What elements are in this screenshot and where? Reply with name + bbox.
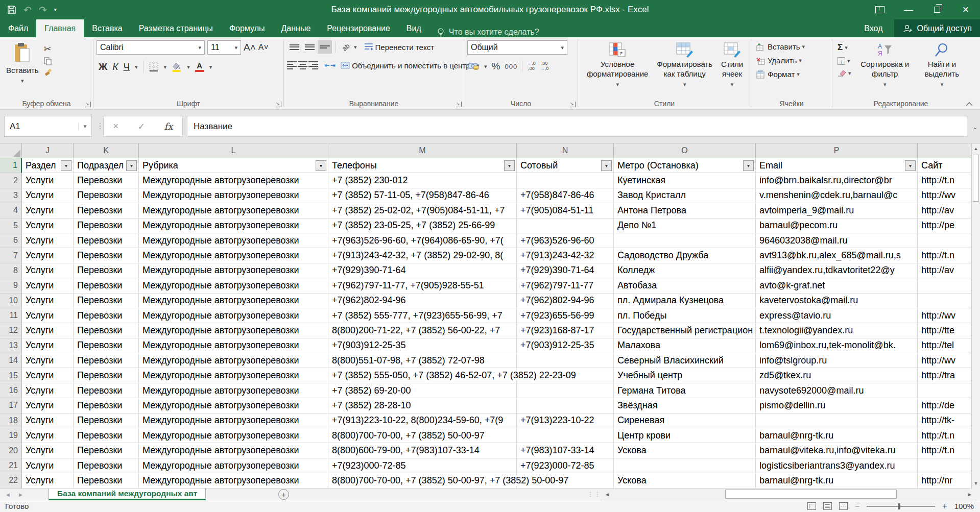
insert-function-icon[interactable]: fx [164,121,173,132]
cell-K17[interactable]: Перевозки [74,398,139,413]
cell-J5[interactable]: Услуги [22,218,74,233]
cell-K18[interactable]: Перевозки [74,413,139,428]
select-all-corner[interactable] [0,143,22,158]
align-right-icon[interactable] [308,59,318,72]
clear-button[interactable]: ▾ [835,68,853,78]
cell-K6[interactable]: Перевозки [74,233,139,248]
row-number[interactable]: 22 [0,473,22,488]
cell-K13[interactable]: Перевозки [74,338,139,353]
tab-page-layout[interactable]: Разметка страницы [131,19,221,37]
share-button[interactable]: Общий доступ [894,19,980,37]
cell-K20[interactable]: Перевозки [74,443,139,458]
align-bottom-icon[interactable] [318,40,332,54]
cell-Q17[interactable]: http://de [918,398,971,413]
tab-view[interactable]: Вид [398,19,429,37]
cell-J14[interactable]: Услуги [22,353,74,368]
filter-button[interactable]: ▾ [905,160,916,171]
cell-N13[interactable]: +7(903)912-25-35 [517,338,614,353]
row-number[interactable]: 2 [0,173,22,188]
filter-button[interactable]: ▾ [601,160,612,171]
cell-M22[interactable]: 8(800)700-70-00, +7 (3852) 50-00-97, +7 … [328,473,517,488]
horizontal-scrollbar[interactable]: ◄ ► [602,489,975,500]
row-number[interactable]: 14 [0,353,22,368]
header-cell-O1[interactable]: Метро (Остановка)▾ [614,158,756,173]
cell-Q15[interactable]: http://tra [918,368,971,383]
tab-review[interactable]: Рецензирование [319,19,398,37]
format-painter-icon[interactable] [44,68,52,76]
row-number[interactable]: 16 [0,383,22,398]
cell-N12[interactable]: +7(923)168-87-17 [517,323,614,338]
cell-M13[interactable]: +7(903)912-25-35 [328,338,517,353]
cell-N16[interactable] [517,383,614,398]
tab-splitter-grip[interactable]: ⋮⋮ [587,491,602,498]
ribbon-display-options-icon[interactable] [866,0,894,19]
increase-font-icon[interactable]: A˄ [244,42,256,53]
font-family-combo[interactable]: Calibri▾ [97,40,205,55]
cell-N20[interactable]: +7(983)107-33-14 [517,443,614,458]
merge-center-button[interactable]: Объединить и поместить в центре ▾ [339,60,481,71]
zoom-out-icon[interactable]: − [855,502,859,511]
row-number[interactable]: 18 [0,413,22,428]
cell-P20[interactable]: barnaul@viteka.ru,info@viteka.ru [756,443,918,458]
undo-icon[interactable]: ↶ [23,5,32,15]
cell-O17[interactable]: Звёздная [614,398,756,413]
font-dialog-launcher-icon[interactable]: ↘ [276,102,281,107]
header-cell-L1[interactable]: Рубрика▾ [139,158,328,173]
cell-N9[interactable]: +7(962)797-11-77 [517,278,614,293]
cell-styles-button[interactable]: Стили ячеек ▾ [715,40,749,90]
page-break-view-icon[interactable] [839,502,848,510]
cell-J11[interactable]: Услуги [22,308,74,323]
cell-L13[interactable]: Междугородные автогрузоперевозки [139,338,328,353]
cell-Q14[interactable]: http://wv [918,353,971,368]
row-number[interactable]: 12 [0,323,22,338]
scroll-right-icon[interactable]: ► [964,489,975,500]
cell-P10[interactable]: kavetervostoka@mail.ru [756,294,918,308]
fill-color-caret-icon[interactable]: ▾ [187,64,190,70]
vertical-scrollbar[interactable]: ▲ ▼ [971,143,980,489]
cell-O16[interactable]: Германа Титова [614,383,756,398]
underline-caret-icon[interactable]: ▾ [135,64,138,70]
zoom-slider[interactable] [867,506,935,507]
cell-Q11[interactable]: http://wv [918,308,971,323]
prev-sheet-icon[interactable]: ◄ [5,492,11,498]
clipboard-dialog-launcher-icon[interactable]: ↘ [85,102,91,107]
cell-M19[interactable]: 8(800)700-70-00, +7 (3852) 50-00-97 [328,428,517,443]
cell-J6[interactable]: Услуги [22,233,74,248]
cell-P19[interactable]: barnaul@nrg-tk.ru [756,428,918,443]
percent-style-button[interactable]: % [492,61,500,72]
cell-O21[interactable] [614,458,756,473]
header-cell-K1[interactable]: Подраздел▾ [74,158,139,173]
cell-O22[interactable]: Ускова [614,473,756,488]
cell-L11[interactable]: Междугородные автогрузоперевозки [139,308,328,323]
filter-button[interactable]: ▾ [743,160,754,171]
cell-K10[interactable]: Перевозки [74,294,139,308]
confirm-entry-icon[interactable]: ✓ [137,121,145,132]
cell-O14[interactable]: Северный Власихинский [614,353,756,368]
cell-J12[interactable]: Услуги [22,323,74,338]
cell-M15[interactable]: +7 (3852) 555-050, +7 (3852) 46-52-07, +… [328,368,517,383]
cell-L16[interactable]: Междугородные автогрузоперевозки [139,383,328,398]
number-dialog-launcher-icon[interactable]: ↘ [570,102,576,107]
column-header-J[interactable]: J [22,143,74,158]
decrease-decimal-icon[interactable]: ,00→,0 [540,61,549,71]
redo-icon[interactable]: ↷ [39,5,47,15]
cell-L17[interactable]: Междугородные автогрузоперевозки [139,398,328,413]
row-number[interactable]: 10 [0,294,22,308]
cell-L9[interactable]: Междугородные автогрузоперевозки [139,278,328,293]
cell-Q12[interactable]: http://tte [918,323,971,338]
cell-K16[interactable]: Перевозки [74,383,139,398]
cell-P9[interactable]: avto@k-graf.net [756,278,918,293]
filter-button[interactable]: ▾ [316,160,326,171]
row-number[interactable]: 7 [0,248,22,263]
scroll-up-icon[interactable]: ▲ [972,143,980,154]
insert-cells-button[interactable]: Вставить ▾ [754,41,830,52]
cell-L2[interactable]: Междугородные автогрузоперевозки [139,173,328,188]
cell-K4[interactable]: Перевозки [74,203,139,218]
customize-qat-icon[interactable]: ▾ [54,7,57,12]
cell-O2[interactable]: Куетинская [614,173,756,188]
cell-K3[interactable]: Перевозки [74,188,139,203]
cell-P13[interactable]: lom69@inbox.ru,tek-monolit@bk. [756,338,918,353]
cell-J2[interactable]: Услуги [22,173,74,188]
cell-J10[interactable]: Услуги [22,294,74,308]
align-middle-icon[interactable] [302,40,317,54]
